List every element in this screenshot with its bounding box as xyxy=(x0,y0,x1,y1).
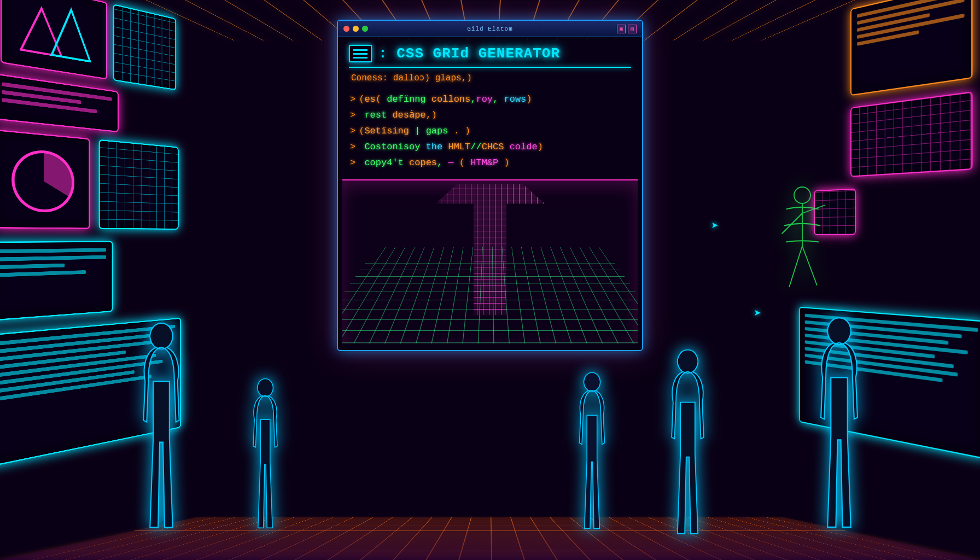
svg-marker-1 xyxy=(51,5,90,61)
terminal-body: >(es( defïnng collons,roy, rows)> rest d… xyxy=(338,89,642,179)
cursor-arrow-icon: ➤ xyxy=(711,219,719,234)
terminal-line: >(Setïsing | gaps . ) xyxy=(350,124,630,139)
traffic-lights[interactable] xyxy=(343,26,368,32)
window-titlebar[interactable]: Gild Elatom ▣ ▤ xyxy=(338,21,642,37)
green-hologram-figure xyxy=(761,180,843,290)
app-title: : CSS GRId GENERATOR xyxy=(378,45,560,62)
silhouette-figure xyxy=(651,344,725,544)
terminal-line: > copy4't copes, — ( HTM&P ) xyxy=(350,155,630,171)
menu-lines-icon xyxy=(349,45,372,62)
silhouette-figure xyxy=(235,369,295,541)
grid-visualization xyxy=(342,179,638,343)
terminal-line: > Costonisoy the HMLT//CHCS colde) xyxy=(350,139,630,155)
minimize-icon[interactable] xyxy=(353,26,359,32)
terminal-window: Gild Elatom ▣ ▤ : CSS GRId GENERATOR Con… xyxy=(337,20,643,351)
cursor-arrow-icon: ➤ xyxy=(754,306,761,321)
silhouette-figure xyxy=(120,317,202,538)
terminal-line: > rest desȧpe,) xyxy=(350,108,630,124)
heading-underline xyxy=(349,67,631,68)
close-icon[interactable] xyxy=(343,26,349,32)
titlebar-button[interactable]: ▣ xyxy=(617,25,626,33)
silhouette-figure xyxy=(561,364,623,541)
svg-point-3 xyxy=(794,187,810,203)
titlebar-button[interactable]: ▤ xyxy=(628,25,637,33)
silhouette-figure xyxy=(797,311,882,538)
terminal-line: >(es( defïnng collons,roy, rows) xyxy=(350,92,630,108)
maximize-icon[interactable] xyxy=(362,26,368,32)
window-title: Gild Elatom xyxy=(467,26,513,32)
subtitle-text: Coness: dalloɔ) glaps,) xyxy=(338,70,642,89)
